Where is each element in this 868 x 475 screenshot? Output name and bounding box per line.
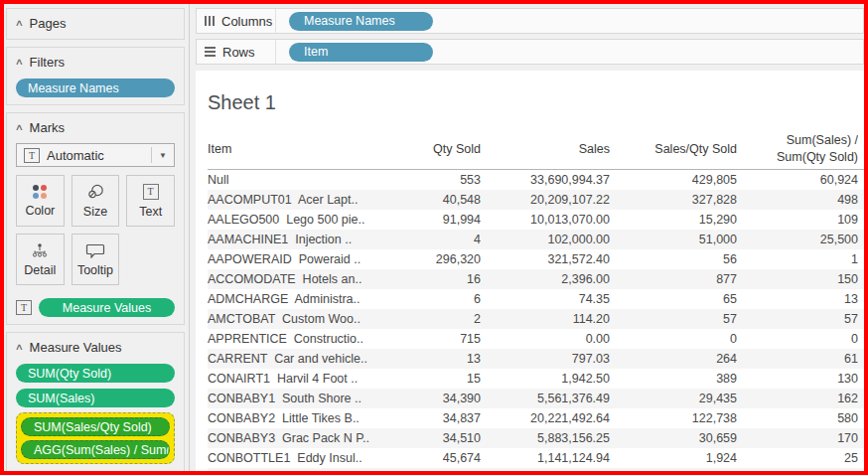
tooltip-button[interactable]: Tooltip <box>72 234 120 285</box>
table-cell[interactable]: ACCOMODATE Hotels an.. <box>208 272 406 286</box>
table-cell[interactable]: 877 <box>610 272 737 286</box>
columns-pill-measure-names[interactable]: Measure Names <box>289 12 433 31</box>
table-cell[interactable]: 45,674 <box>406 451 481 465</box>
table-cell[interactable]: CONBABY3 Grac Pack N P.. <box>208 431 406 445</box>
collapse-caret-icon[interactable]: ∧ <box>15 58 24 67</box>
table-cell[interactable]: 114.20 <box>481 312 610 326</box>
table-cell[interactable]: 170 <box>737 431 858 445</box>
table-row[interactable]: CARRENT Car and vehicle..13797.0326461 <box>208 349 864 369</box>
table-cell[interactable]: 327,828 <box>610 193 737 207</box>
table-row[interactable]: CONBOTTLE1 Eddy Insul..45,6741,141,124.9… <box>208 448 864 468</box>
table-cell[interactable]: 4 <box>406 233 481 246</box>
table-row[interactable]: APPRENTICE Constructio..7150.0000 <box>208 329 864 349</box>
size-button[interactable]: Size <box>72 175 120 227</box>
table-cell[interactable]: 498 <box>737 193 858 207</box>
table-cell[interactable]: 797.03 <box>481 352 610 366</box>
table-cell[interactable]: 0 <box>610 332 737 346</box>
table-cell[interactable]: 30,659 <box>610 431 737 445</box>
column-header[interactable]: Sales <box>481 142 610 156</box>
table-cell[interactable]: 102,000.00 <box>481 233 610 246</box>
table-row[interactable]: AALEGO500 Lego 500 pie..91,99410,013,070… <box>208 210 864 230</box>
mark-type-dropdown[interactable]: T Automatic ▼ <box>16 143 175 167</box>
column-header[interactable]: Item <box>208 142 406 156</box>
table-cell[interactable]: CONBABY1 South Shore .. <box>208 392 406 405</box>
table-cell[interactable]: CARRENT Car and vehicle.. <box>208 352 406 366</box>
table-cell[interactable]: 2 <box>406 312 481 326</box>
table-cell[interactable]: AACOMPUT01 Acer Lapt.. <box>208 193 406 207</box>
table-cell[interactable]: 130 <box>737 372 858 386</box>
text-encoding-icon[interactable]: T <box>16 300 32 315</box>
table-cell[interactable]: ADMCHARGE Administra.. <box>208 292 406 306</box>
table-cell[interactable]: 1,942.50 <box>481 372 610 386</box>
table-cell[interactable]: 0 <box>737 332 858 346</box>
table-cell[interactable]: 57 <box>737 312 858 326</box>
table-cell[interactable]: CONAIRT1 Harvil 4 Foot .. <box>208 372 406 386</box>
table-cell[interactable]: AMCTOBAT Custom Woo.. <box>208 312 406 326</box>
table-cell[interactable]: 1,141,124.94 <box>481 451 610 465</box>
column-header[interactable]: Sum(Sales) / Sum(Qty Sold) <box>737 132 858 166</box>
table-cell[interactable]: 34,390 <box>406 392 481 405</box>
table-cell[interactable]: AAMACHINE1 Injection .. <box>208 233 406 246</box>
table-cell[interactable]: 162 <box>737 392 858 405</box>
rows-shelf[interactable]: Rows Item <box>196 39 864 65</box>
table-cell[interactable]: 2,396.00 <box>481 272 610 286</box>
table-cell[interactable]: 389 <box>610 372 737 386</box>
pages-shelf[interactable]: ∧ Pages <box>6 8 185 40</box>
table-row[interactable]: AMCTOBAT Custom Woo..2114.205757 <box>208 309 864 329</box>
table-cell[interactable]: 6 <box>406 292 481 306</box>
table-cell[interactable]: 5,883,156.25 <box>481 431 610 445</box>
column-header[interactable]: Qty Sold <box>406 142 481 156</box>
table-cell[interactable]: 296,320 <box>406 252 481 266</box>
table-cell[interactable]: 321,572.40 <box>481 252 610 266</box>
table-cell[interactable]: 1,924 <box>610 451 737 465</box>
mv-pill-sum-sales[interactable]: SUM(Sales) <box>16 389 175 407</box>
table-cell[interactable]: Null <box>208 173 406 187</box>
table-cell[interactable]: 429,805 <box>610 173 737 187</box>
table-cell[interactable]: 553 <box>406 173 481 187</box>
text-button[interactable]: T Text <box>126 175 175 227</box>
table-row[interactable]: AAMACHINE1 Injection ..4102,000.0051,000… <box>208 230 864 249</box>
collapse-caret-icon[interactable]: ∧ <box>15 343 24 352</box>
table-cell[interactable]: 13 <box>406 352 481 366</box>
table-cell[interactable]: CONBOTTLE1 Eddy Insul.. <box>208 451 406 465</box>
table-cell[interactable]: 15 <box>406 372 481 386</box>
table-cell[interactable]: 74.35 <box>481 292 610 306</box>
table-cell[interactable]: 264 <box>610 352 737 366</box>
table-cell[interactable]: 122,738 <box>610 411 737 425</box>
table-cell[interactable]: 33,690,994.37 <box>481 173 610 187</box>
table-cell[interactable]: 20,221,492.64 <box>481 411 610 425</box>
chevron-down-icon[interactable]: ▼ <box>159 151 167 160</box>
rows-pill-item[interactable]: Item <box>289 43 433 62</box>
table-cell[interactable]: CONBABY2 Little Tikes B.. <box>208 411 406 425</box>
table-cell[interactable]: 65 <box>610 292 737 306</box>
table-cell[interactable]: 5,561,376.49 <box>481 392 610 405</box>
table-cell[interactable]: 56 <box>610 252 737 266</box>
table-row[interactable]: Null55333,690,994.37429,80560,924 <box>208 170 864 190</box>
table-row[interactable]: CONBABY1 South Shore ..34,3905,561,376.4… <box>208 389 864 408</box>
mv-pill-agg-ratio[interactable]: AGG(Sum(Sales) / Sum(... <box>21 440 170 459</box>
table-cell[interactable]: 1 <box>737 252 858 266</box>
table-cell[interactable]: 60,924 <box>737 173 858 187</box>
color-button[interactable]: Color <box>16 175 65 227</box>
table-cell[interactable]: 25,500 <box>737 233 858 246</box>
table-cell[interactable]: 0.00 <box>481 332 610 346</box>
column-header[interactable]: Sales/Qty Sold <box>610 142 737 156</box>
table-row[interactable]: CONCHAIR1 Caravan Can..24,2441,663,774.9… <box>208 468 864 471</box>
table-row[interactable]: AACOMPUT01 Acer Lapt..40,54820,209,107.2… <box>208 190 864 210</box>
table-cell[interactable]: 40,548 <box>406 193 481 207</box>
table-cell[interactable]: 61 <box>737 352 858 366</box>
table-cell[interactable]: 20,209,107.22 <box>481 193 610 207</box>
table-row[interactable]: CONAIRT1 Harvil 4 Foot ..151,942.5038913… <box>208 369 864 389</box>
table-cell[interactable]: AALEGO500 Lego 500 pie.. <box>208 213 406 227</box>
table-cell[interactable]: 51,000 <box>610 233 737 246</box>
table-cell[interactable]: 29,435 <box>610 392 737 405</box>
marks-pill-measure-values[interactable]: Measure Values <box>39 298 175 317</box>
table-row[interactable]: CONBABY3 Grac Pack N P..34,5105,883,156.… <box>208 428 864 448</box>
table-cell[interactable]: 13 <box>737 292 858 306</box>
columns-shelf[interactable]: Columns Measure Names <box>196 8 864 34</box>
mv-pill-sum-sales-per-qty[interactable]: SUM(Sales/Qty Sold) <box>21 417 170 436</box>
table-cell[interactable]: 16 <box>406 272 481 286</box>
table-cell[interactable]: 34,510 <box>406 431 481 445</box>
table-row[interactable]: ACCOMODATE Hotels an..162,396.00877150 <box>208 269 864 289</box>
table-cell[interactable]: 15,290 <box>610 213 737 227</box>
